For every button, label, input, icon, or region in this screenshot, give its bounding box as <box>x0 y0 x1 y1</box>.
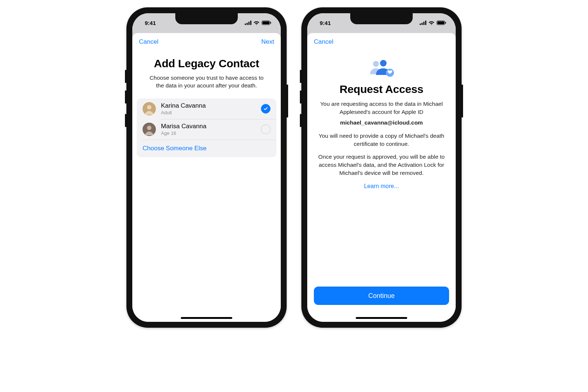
svg-rect-11 <box>420 24 421 25</box>
home-indicator <box>181 317 232 319</box>
choose-someone-else[interactable]: Choose Someone Else <box>137 140 276 157</box>
svg-point-18 <box>373 61 379 67</box>
battery-icon <box>262 21 271 25</box>
apple-id-email: michael_cavanna@icloud.com <box>318 119 445 127</box>
cancel-button[interactable]: Cancel <box>139 38 158 46</box>
request-intro: You are requesting access to the data in… <box>318 100 445 127</box>
svg-point-8 <box>147 105 151 109</box>
svg-rect-1 <box>247 23 248 25</box>
avatar <box>143 123 156 136</box>
svg-rect-13 <box>423 22 424 25</box>
notch <box>175 13 238 24</box>
checkmark-icon <box>263 106 268 111</box>
svg-rect-5 <box>262 21 269 24</box>
request-approval-note: Once your request is approved, you will … <box>318 153 445 177</box>
learn-more-link[interactable]: Learn more... <box>307 183 456 190</box>
status-icons <box>245 21 271 25</box>
svg-rect-17 <box>445 22 446 24</box>
next-button[interactable]: Next <box>261 38 274 46</box>
contact-row[interactable]: Marisa Cavanna Age 16 <box>137 119 276 140</box>
choose-someone-else-label: Choose Someone Else <box>143 145 207 152</box>
request-intro-text: You are requesting access to the data in… <box>320 101 443 115</box>
phone-request-access: 9:41 Cancel <box>301 7 462 328</box>
svg-rect-6 <box>270 22 271 24</box>
status-time: 9:41 <box>145 20 156 26</box>
contact-row[interactable]: Karina Cavanna Adult <box>137 98 276 119</box>
contact-meta: Adult <box>161 110 256 115</box>
home-indicator <box>356 317 407 319</box>
battery-icon <box>437 21 446 25</box>
svg-point-10 <box>147 126 151 130</box>
cellular-icon <box>245 21 251 25</box>
svg-rect-2 <box>248 22 250 25</box>
radio-unselected[interactable] <box>261 125 270 134</box>
contact-meta: Age 16 <box>161 130 256 136</box>
avatar <box>143 102 156 115</box>
contact-name: Karina Cavanna <box>161 102 256 109</box>
svg-rect-12 <box>422 23 423 25</box>
svg-rect-0 <box>245 24 246 25</box>
wifi-icon <box>429 21 434 25</box>
status-time: 9:41 <box>320 20 331 26</box>
svg-rect-16 <box>437 21 444 24</box>
people-heart-icon <box>307 59 456 77</box>
nav-bar: Cancel <box>307 33 456 51</box>
status-icons <box>420 21 446 25</box>
page-title: Add Legacy Contact <box>140 57 273 70</box>
page-subtitle: Choose someone you trust to have access … <box>146 74 267 90</box>
nav-bar: Cancel Next <box>132 33 281 51</box>
notch <box>350 13 413 24</box>
wifi-icon <box>254 21 259 25</box>
phone-add-legacy-contact: 9:41 Cancel Next Add Legacy Contact Choo… <box>126 7 287 328</box>
page-title: Request Access <box>315 83 448 96</box>
svg-rect-14 <box>425 21 426 25</box>
contact-list: Karina Cavanna Adult <box>137 98 276 157</box>
cellular-icon <box>420 21 426 25</box>
radio-selected[interactable] <box>261 104 270 114</box>
svg-rect-3 <box>250 21 251 25</box>
request-certificate-note: You will need to provide a copy of Micha… <box>318 132 445 148</box>
contact-name: Marisa Cavanna <box>161 123 256 130</box>
cancel-button[interactable]: Cancel <box>314 38 333 46</box>
svg-point-19 <box>380 60 387 66</box>
continue-button[interactable]: Continue <box>314 287 449 305</box>
